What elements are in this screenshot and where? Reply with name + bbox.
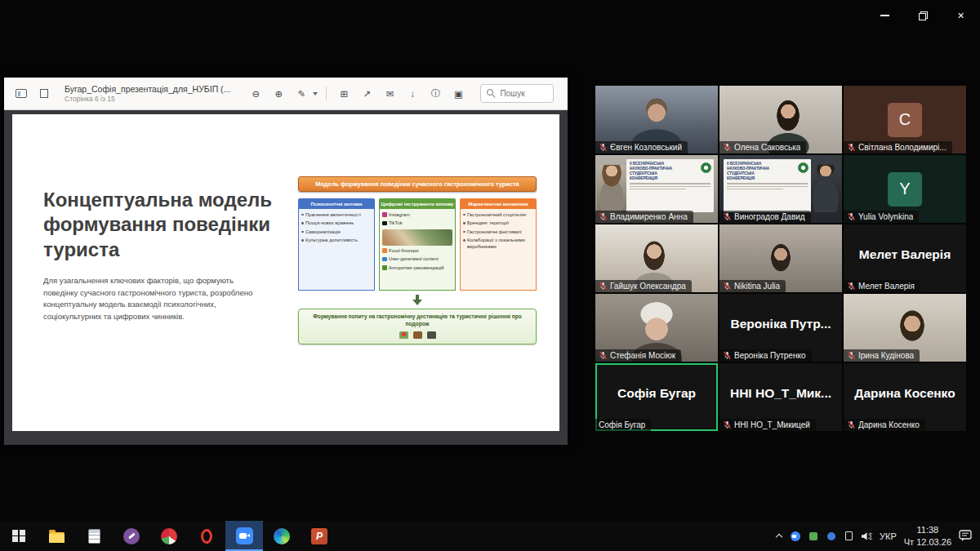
participant-label-text: Виноградов Давид: [734, 212, 805, 221]
mic-muted-icon: [723, 143, 732, 152]
diagram-item: Food-блогери: [382, 248, 452, 255]
info-icon[interactable]: ⓘ: [426, 85, 444, 103]
calculator-icon: [85, 527, 103, 545]
bullet-icon: [463, 239, 466, 242]
participant-tile[interactable]: Y Yulia Volynkina: [844, 155, 966, 223]
participant-label: Владимиренко Анна: [595, 211, 693, 223]
participant-name-display: Софія Бугар: [595, 363, 718, 423]
mic-muted-icon: [723, 351, 732, 360]
diagram-item: Пошук нових вражень: [301, 220, 372, 227]
page-thumbnails-icon[interactable]: [35, 85, 53, 103]
participant-label: ННІ НО_Т_Микицей: [719, 419, 816, 431]
participant-tile[interactable]: ІІ ВСЕУКРАЇНСЬКАНАУКОВО-ПРАКТИЧНАСТУДЕНТ…: [719, 155, 842, 223]
diagram-outcome: Формування попиту на гастрономічну дести…: [298, 309, 537, 344]
volume-icon[interactable]: [862, 531, 872, 541]
participant-tile[interactable]: С Світлана Володимирі...: [844, 86, 966, 153]
diagram-column-body: Прагнення автентичностіПошук нових враже…: [298, 209, 375, 291]
language-indicator[interactable]: УКР: [880, 531, 897, 541]
draw-pen-icon[interactable]: ✎: [292, 85, 310, 103]
participant-tile[interactable]: Nikitina Julia: [719, 224, 842, 292]
participant-tile[interactable]: Стефанія Мосіюк: [595, 294, 718, 362]
taskbar-clock[interactable]: 11:38 Чт 12.03.26: [904, 524, 951, 548]
item-icon: [382, 265, 387, 270]
participant-tile[interactable]: Олена Саковська: [719, 86, 842, 153]
bullet-icon: [463, 214, 466, 216]
conference-logo-icon: [701, 162, 711, 173]
participant-label: Світлана Володимирі...: [844, 141, 952, 153]
zoom-out-icon[interactable]: ⊖: [247, 85, 265, 103]
restore-button[interactable]: [904, 3, 942, 28]
participant-label-text: Yulia Volynkina: [858, 212, 913, 221]
taskbar-calculator[interactable]: [75, 521, 113, 551]
slide-diagram: Модель формування поведінки сучасного га…: [298, 176, 537, 344]
taskbar-opera[interactable]: [188, 521, 225, 551]
pdf-search[interactable]: [480, 84, 554, 103]
taskbar-viber[interactable]: [113, 521, 150, 551]
pen-dropdown-caret[interactable]: [313, 92, 318, 96]
item-icon: [382, 221, 387, 226]
browser-icon: [160, 527, 178, 545]
taskbar-powerpoint[interactable]: [301, 521, 338, 551]
print-icon[interactable]: ▣: [449, 85, 467, 103]
minimize-button[interactable]: [866, 3, 904, 28]
participant-tile[interactable]: ІІ ВСЕУКРАЇНСЬКАНАУКОВО-ПРАКТИЧНАСТУДЕНТ…: [595, 155, 718, 223]
participant-label: Вероніка Путренко: [719, 349, 812, 362]
save-icon[interactable]: ↓: [403, 85, 421, 103]
participant-tile[interactable]: Євген Козловський: [595, 86, 718, 153]
tray-zoom-icon[interactable]: [790, 531, 800, 541]
windows-taskbar: УКР 11:38 Чт 12.03.26: [0, 521, 980, 551]
taskbar-start[interactable]: [0, 521, 38, 551]
notification-center-icon[interactable]: [959, 530, 972, 542]
participant-avatar: С: [888, 103, 922, 137]
diagram-column-body: Гастрономічний сторітелінгБрендинг терит…: [460, 209, 537, 291]
diagram-banner: Модель формування поведінки сучасного га…: [298, 176, 537, 192]
taskbar-edge[interactable]: [263, 521, 301, 551]
zoom-in-icon[interactable]: ⊕: [270, 85, 287, 103]
document-meta: Бугар_Софія_презентація_для_НУБІП (... С…: [65, 84, 230, 103]
conference-logo-icon: [798, 162, 808, 173]
tray-gpu-icon[interactable]: [808, 531, 818, 541]
powerpoint-icon: [310, 527, 328, 545]
select-tool-icon[interactable]: ⊞: [335, 85, 353, 103]
taskbar-browser[interactable]: [150, 521, 188, 551]
participant-name-display: ННІ НО_Т_Мик...: [719, 363, 842, 423]
traveler-icon: [427, 331, 436, 339]
toolbar-divider: [326, 87, 327, 100]
diagram-item: User-generated content: [382, 256, 452, 263]
zoom-icon: [235, 527, 253, 545]
tray-network-icon[interactable]: [826, 531, 836, 541]
bullet-icon: [301, 239, 304, 242]
diagram-column-header: Цифрові інструменти впливу: [379, 198, 456, 209]
mail-icon[interactable]: ✉: [381, 85, 399, 103]
luggage-icon: [413, 331, 422, 339]
participants-grid: Євген Козловський Олена Саковська С: [595, 86, 966, 431]
taskbar-zoom[interactable]: [225, 521, 263, 551]
mic-muted-icon: [599, 351, 608, 360]
taskbar-file-explorer[interactable]: [38, 521, 75, 551]
participant-label: Олена Саковська: [719, 141, 806, 153]
diagram-item: Прагнення автентичності: [301, 212, 372, 219]
item-icon: [382, 248, 387, 253]
map-pin-icon: [399, 331, 408, 339]
participant-label: Ірина Кудінова: [844, 349, 920, 362]
participant-tile[interactable]: Мелет Валерія Мелет Валерія: [844, 224, 966, 292]
mic-muted-icon: [599, 143, 608, 152]
participant-tile[interactable]: Дарина Косенко Дарина Косенко: [844, 363, 966, 431]
diagram-column: Маркетингові механізмиГастрономічний сто…: [460, 198, 537, 291]
participant-tile[interactable]: Вероніка Путр... Вероніка Путренко: [719, 294, 842, 362]
share-icon[interactable]: ↗: [358, 85, 376, 103]
reader-view-icon[interactable]: [12, 85, 30, 103]
item-icon: [382, 212, 387, 217]
participant-label-text: Вероніка Путренко: [734, 351, 806, 360]
bullet-icon: [463, 231, 466, 233]
participant-tile[interactable]: ННІ НО_Т_Мик... ННІ НО_Т_Микицей: [719, 363, 842, 431]
tray-usb-icon[interactable]: [844, 531, 854, 541]
tray-expand-chevron-icon[interactable]: [776, 533, 782, 540]
diagram-item: Культурна допитливість: [301, 238, 372, 244]
participant-tile[interactable]: Софія Бугар Софія Бугар: [595, 363, 718, 431]
participant-tile[interactable]: Ірина Кудінова: [844, 294, 966, 362]
participant-tile[interactable]: Гайшук Олександра: [595, 224, 718, 292]
search-input[interactable]: [500, 89, 547, 98]
minimize-icon: [880, 15, 889, 16]
close-button[interactable]: ×: [942, 3, 980, 28]
